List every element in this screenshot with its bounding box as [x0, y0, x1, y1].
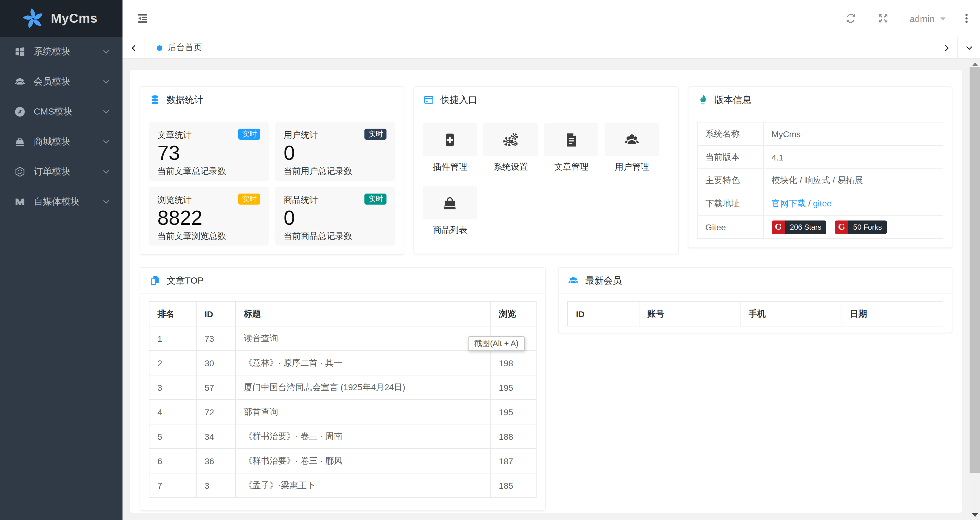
stat-views: 浏览统计 实时 8822 当前文章浏览总数 [149, 187, 269, 246]
pinwheel-logo-icon [22, 7, 45, 30]
sidebar-item-system[interactable]: 系统模块 [0, 37, 123, 67]
scrollbar-down-arrow[interactable] [970, 510, 980, 520]
stat-articles: 文章统计 实时 73 当前文章总记录数 [149, 122, 269, 181]
gears-icon [503, 131, 519, 148]
sidebar-item-label: 会员模块 [34, 76, 102, 87]
table-row: 357厦门中国台湾同志会宣言 (1925年4月24日)195 [149, 375, 536, 400]
table-row: 系统名称 MyCms [697, 122, 943, 145]
more-options-icon[interactable] [961, 13, 972, 24]
database-icon [150, 94, 161, 105]
realtime-badge: 实时 [238, 129, 260, 140]
shopping-bag-icon [442, 194, 458, 211]
tabs-menu-button[interactable] [957, 37, 980, 58]
tabs-scroll-right-button[interactable] [935, 37, 957, 58]
table-row: 73《孟子》·梁惠王下185 [149, 473, 536, 498]
card-article-top: 文章TOP 排名 ID 标题 浏览 [140, 267, 546, 511]
quick-entry-users[interactable]: 用户管理 [605, 123, 659, 173]
gitee-logo-icon: G [772, 220, 785, 234]
cms-compass-icon [14, 106, 26, 118]
table-row: 下载地址 官网下载 / gitee [697, 192, 943, 215]
sidebar-item-orders[interactable]: 订单模块 [0, 157, 123, 187]
realtime-badge: 实时 [365, 194, 387, 205]
header-actions: admin [845, 12, 980, 24]
sidebar-item-label: 系统模块 [34, 46, 102, 57]
table-row: 当前版本 4.1 [697, 145, 943, 169]
sidebar-item-mall[interactable]: 商城模块 [0, 127, 123, 157]
sidebar-item-label: CMS模块 [34, 106, 102, 118]
gitee-link[interactable]: gitee [813, 198, 832, 208]
collapse-sidebar-icon[interactable] [136, 12, 150, 25]
logo[interactable]: MyCms [0, 0, 123, 37]
dashboard-panel: 数据统计 文章统计 实时 73 当前文章总记录数 [130, 70, 962, 513]
card-title: 文章TOP [167, 275, 204, 286]
stat-caption: 当前商品总记录数 [283, 231, 387, 242]
quick-entry-plugins[interactable]: 插件管理 [423, 123, 477, 173]
hexagon-order-icon [14, 166, 26, 178]
sidebar-item-label: 自媒体模块 [34, 196, 102, 208]
tab-home[interactable]: 后台首页 [145, 37, 219, 58]
quick-entry-settings[interactable]: 系统设置 [484, 123, 538, 173]
media-m-icon [14, 196, 26, 208]
scrollbar-thumb[interactable] [970, 67, 980, 473]
card-title: 版本信息 [714, 94, 751, 106]
card-title: 最新会员 [585, 275, 622, 286]
table-row: Gitee G 206 Stars G [697, 215, 943, 239]
stat-value: 0 [283, 141, 387, 165]
file-copy-icon [150, 275, 161, 286]
users-icon [624, 131, 640, 148]
sidebar-menu: 系统模块 会员模块 CMS模块 商城模块 [0, 37, 123, 217]
latest-members-table: ID 账号 手机 日期 [568, 301, 943, 326]
card-latest-members: 最新会员 ID 账号 手机 日期 [558, 267, 953, 333]
stat-value: 73 [158, 141, 260, 165]
windows-icon [14, 46, 26, 57]
table-row: 230《意林》· 原序二首 · 其一198 [149, 351, 536, 375]
table-row: 636《群书治要》· 卷三 · 鄘风187 [149, 448, 536, 473]
chevron-down-icon [102, 138, 110, 146]
user-menu[interactable]: admin [910, 13, 947, 24]
content-area: 数据统计 文章统计 实时 73 当前文章总记录数 [123, 59, 980, 520]
card-quick-entry: 快捷入口 插件管理 系统设置 [414, 86, 679, 254]
tab-active-dot [157, 45, 162, 51]
window-card-icon [423, 94, 434, 105]
gitee-stars-badge[interactable]: G 206 Stars [772, 220, 826, 234]
card-data-stats: 数据统计 文章统计 实时 73 当前文章总记录数 [140, 86, 404, 255]
users-icon [568, 275, 579, 286]
sidebar: MyCms 系统模块 会员模块 CMS模块 [0, 0, 123, 520]
refresh-icon[interactable] [845, 12, 857, 24]
card-title: 快捷入口 [441, 94, 477, 106]
article-top-table: 排名 ID 标题 浏览 173读音查询199 [149, 301, 537, 498]
caret-down-icon [939, 14, 947, 22]
quick-entry-goods[interactable]: 商品列表 [423, 186, 477, 236]
chevron-down-icon [102, 78, 110, 86]
quick-entry-articles[interactable]: 文章管理 [544, 123, 599, 173]
document-icon [563, 131, 580, 148]
gitee-logo-icon: G [835, 220, 848, 234]
users-icon [14, 76, 26, 87]
table-row: 472部首查询195 [149, 400, 536, 424]
table-row: 534《群书治要》· 卷三 · 周南188 [149, 424, 536, 448]
tab-bar-spacer [219, 37, 935, 58]
official-download-link[interactable]: 官网下载 [772, 198, 806, 208]
shopping-bag-icon [14, 136, 26, 148]
table-header-row: ID 账号 手机 日期 [568, 302, 943, 326]
table-header-row: 排名 ID 标题 浏览 [149, 302, 536, 326]
tab-bar: 后台首页 [123, 37, 980, 59]
vertical-scrollbar[interactable] [970, 59, 980, 520]
card-version-info: 版本信息 系统名称 MyCms 当前版本 4.1 [687, 86, 953, 248]
stat-caption: 当前用户总记录数 [283, 166, 387, 177]
stat-value: 8822 [158, 206, 260, 230]
app-title: MyCms [51, 11, 97, 26]
sidebar-item-label: 商城模块 [34, 136, 102, 148]
sidebar-item-label: 订单模块 [34, 166, 102, 178]
fullscreen-icon[interactable] [877, 12, 889, 24]
version-table: 系统名称 MyCms 当前版本 4.1 主要特色 模块化 / 响应式 / 易拓展 [697, 122, 943, 239]
tabs-scroll-left-button[interactable] [123, 37, 145, 58]
gitee-forks-badge[interactable]: G 50 Forks [835, 220, 886, 234]
stat-caption: 当前文章总记录数 [158, 166, 260, 177]
sidebar-item-cms[interactable]: CMS模块 [0, 97, 123, 127]
stat-goods: 商品统计 实时 0 当前商品总记录数 [275, 187, 395, 246]
sidebar-item-media[interactable]: 自媒体模块 [0, 187, 123, 217]
screenshot-tooltip: 截图(Alt + A) [468, 336, 525, 351]
sidebar-item-members[interactable]: 会员模块 [0, 67, 123, 97]
chevron-down-icon [102, 168, 110, 176]
